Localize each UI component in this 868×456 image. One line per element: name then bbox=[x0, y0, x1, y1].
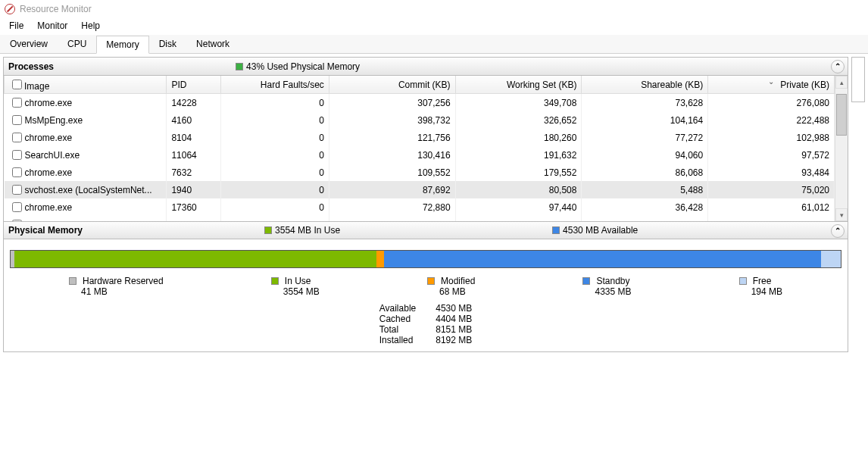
table-row[interactable]: MsMpEng.exe41600398,732326,652104,164222… bbox=[5, 111, 835, 129]
cell-commit: 307,256 bbox=[329, 94, 455, 112]
cell-workingset: 191,632 bbox=[455, 146, 582, 164]
physical-memory-subtitle: 3554 MB In Use 4530 MB Available bbox=[264, 225, 668, 236]
row-checkbox[interactable] bbox=[12, 133, 22, 142]
legend-free: Free194 MB bbox=[739, 276, 782, 297]
cell-shareable: 104,164 bbox=[582, 111, 708, 129]
table-row[interactable]: EXCEL.EXE12640083,428141,67688,23653,440 bbox=[5, 216, 835, 221]
table-row[interactable]: svchost.exe (LocalSystemNet...1940087,69… bbox=[5, 181, 835, 198]
cell-pid: 1940 bbox=[167, 181, 220, 198]
cell-shareable: 5,488 bbox=[582, 181, 708, 198]
cell-shareable: 88,236 bbox=[582, 216, 708, 221]
cell-image: chrome.exe bbox=[5, 94, 167, 112]
cell-private: 97,572 bbox=[708, 146, 835, 164]
cell-workingset: 179,552 bbox=[455, 164, 582, 181]
membar-seg-standby bbox=[384, 251, 820, 267]
legend-label: Free bbox=[753, 276, 772, 286]
col-hardfaults[interactable]: Hard Faults/sec bbox=[220, 76, 329, 94]
collapse-physical-icon[interactable]: ⌃ bbox=[831, 224, 845, 238]
scroll-up-icon[interactable]: ▴ bbox=[835, 76, 848, 89]
cell-commit: 72,880 bbox=[329, 198, 455, 216]
col-image[interactable]: Image bbox=[5, 76, 167, 94]
menu-help[interactable]: Help bbox=[75, 19, 106, 33]
legend-label: Modified bbox=[441, 276, 475, 286]
stat-value: 4404 MB bbox=[436, 314, 472, 324]
col-shareable[interactable]: Shareable (KB) bbox=[582, 76, 708, 94]
select-all-checkbox[interactable] bbox=[12, 80, 22, 89]
legend-swatch bbox=[582, 277, 590, 285]
in-use-icon bbox=[264, 226, 272, 234]
row-checkbox[interactable] bbox=[12, 185, 22, 195]
cell-image: chrome.exe bbox=[5, 198, 167, 216]
row-checkbox[interactable] bbox=[12, 98, 22, 108]
collapse-processes-icon[interactable]: ⌃ bbox=[831, 60, 845, 73]
cell-commit: 109,552 bbox=[329, 164, 455, 181]
cell-pid: 14228 bbox=[167, 94, 220, 112]
tab-cpu[interactable]: CPU bbox=[58, 35, 96, 53]
cell-shareable: 36,428 bbox=[582, 198, 708, 216]
menu-file[interactable]: File bbox=[3, 19, 30, 33]
stat-key: Available bbox=[379, 303, 416, 314]
table-row[interactable]: chrome.exe76320109,552179,55286,06893,48… bbox=[5, 164, 835, 181]
row-checkbox[interactable] bbox=[12, 167, 22, 177]
stat-key: Installed bbox=[379, 335, 416, 345]
cell-workingset: 349,708 bbox=[455, 94, 582, 112]
row-checkbox[interactable] bbox=[12, 202, 22, 212]
tab-bar: Overview CPU Memory Disk Network bbox=[0, 35, 868, 54]
membar-seg-modified bbox=[376, 251, 384, 267]
cell-pid: 4160 bbox=[167, 111, 220, 129]
stat-value: 8192 MB bbox=[436, 335, 472, 345]
cell-shareable: 94,060 bbox=[582, 146, 708, 164]
menu-monitor[interactable]: Monitor bbox=[31, 19, 73, 33]
legend-value: 41 MB bbox=[69, 286, 164, 297]
available-icon bbox=[552, 226, 560, 234]
tab-memory[interactable]: Memory bbox=[96, 36, 148, 54]
cell-commit: 121,756 bbox=[329, 129, 455, 146]
col-commit[interactable]: Commit (KB) bbox=[329, 76, 455, 94]
col-pid[interactable]: PID bbox=[167, 76, 220, 94]
table-row[interactable]: SearchUI.exe110640130,416191,63294,06097… bbox=[5, 146, 835, 164]
legend-value: 3554 MB bbox=[271, 286, 320, 297]
processes-panel-header[interactable]: Processes 43% Used Physical Memory ⌃ bbox=[4, 58, 848, 76]
cell-hardfaults: 0 bbox=[220, 164, 329, 181]
table-row[interactable]: chrome.exe81040121,756180,26077,272102,9… bbox=[5, 129, 835, 146]
legend-swatch bbox=[271, 277, 279, 285]
processes-subtitle: 43% Used Physical Memory bbox=[236, 61, 390, 72]
legend-modified: Modified68 MB bbox=[427, 276, 475, 297]
cell-commit: 130,416 bbox=[329, 146, 455, 164]
content-area: Processes 43% Used Physical Memory ⌃ Ima… bbox=[3, 57, 848, 352]
scroll-down-icon[interactable]: ▾ bbox=[835, 208, 848, 221]
legend-hardware-reserved: Hardware Reserved41 MB bbox=[69, 276, 164, 297]
cell-image: chrome.exe bbox=[5, 164, 167, 181]
cell-pid: 12640 bbox=[167, 216, 220, 221]
cell-pid: 8104 bbox=[167, 129, 220, 146]
tab-disk[interactable]: Disk bbox=[149, 35, 186, 53]
table-row[interactable]: chrome.exe142280307,256349,70873,628276,… bbox=[5, 94, 835, 112]
row-checkbox[interactable] bbox=[12, 115, 22, 125]
col-workingset[interactable]: Working Set (KB) bbox=[455, 76, 582, 94]
cell-pid: 11064 bbox=[167, 146, 220, 164]
legend-in-use: In Use3554 MB bbox=[271, 276, 320, 297]
physical-memory-body: Hardware Reserved41 MBIn Use3554 MBModif… bbox=[4, 239, 848, 351]
cell-image: chrome.exe bbox=[5, 129, 167, 146]
app-icon bbox=[5, 4, 15, 14]
legend-swatch bbox=[739, 277, 747, 285]
cell-private: 75,020 bbox=[708, 181, 835, 198]
cell-commit: 87,692 bbox=[329, 181, 455, 198]
col-private[interactable]: Private (KB) bbox=[708, 76, 835, 94]
legend-swatch bbox=[69, 277, 76, 285]
scroll-thumb[interactable] bbox=[836, 94, 847, 136]
memory-legend: Hardware Reserved41 MBIn Use3554 MBModif… bbox=[8, 276, 843, 303]
legend-value: 4335 MB bbox=[582, 286, 631, 297]
physical-memory-panel-header[interactable]: Physical Memory 3554 MB In Use 4530 MB A… bbox=[4, 221, 848, 239]
table-row[interactable]: chrome.exe17360072,88097,44036,42861,012 bbox=[5, 198, 835, 216]
legend-label: Hardware Reserved bbox=[83, 276, 164, 286]
tab-overview[interactable]: Overview bbox=[0, 35, 58, 53]
cell-commit: 398,732 bbox=[329, 111, 455, 129]
row-checkbox[interactable] bbox=[12, 150, 22, 160]
cell-image: svchost.exe (LocalSystemNet... bbox=[5, 181, 167, 198]
processes-scrollbar[interactable]: ▴ ▾ bbox=[835, 76, 848, 221]
cell-shareable: 77,272 bbox=[582, 129, 708, 146]
tab-network[interactable]: Network bbox=[186, 35, 239, 53]
membar-seg-in-use bbox=[14, 251, 376, 267]
cell-shareable: 73,628 bbox=[582, 94, 708, 112]
